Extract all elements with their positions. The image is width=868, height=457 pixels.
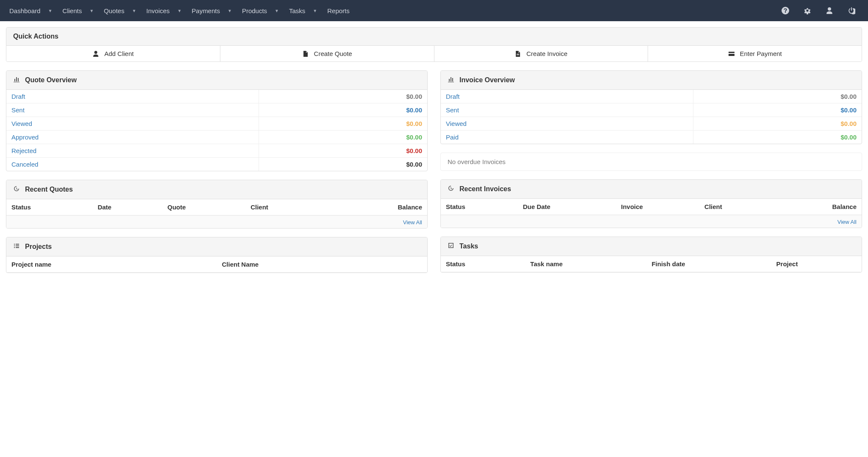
recent-quotes-table: Status Date Quote Client Balance xyxy=(6,199,427,215)
file-icon xyxy=(302,50,309,57)
overview-status-link[interactable]: Draft xyxy=(11,93,25,100)
panel-title: Recent Quotes xyxy=(25,186,73,193)
nav-label: Payments xyxy=(192,7,220,14)
overview-status-link[interactable]: Paid xyxy=(446,134,459,141)
view-all-link[interactable]: View All xyxy=(403,219,422,226)
button-label: Add Client xyxy=(104,50,134,57)
overview-status-link[interactable]: Rejected xyxy=(11,147,36,154)
no-overdue-alert: No overdue Invoices xyxy=(440,153,862,171)
overview-status-link[interactable]: Canceled xyxy=(11,161,38,168)
caret-down-icon: ▼ xyxy=(177,8,181,13)
overview-amount: $0.00 xyxy=(693,131,862,144)
overview-status-cell: Draft xyxy=(6,90,259,103)
list-icon xyxy=(13,242,20,251)
nav-item-dashboard[interactable]: Dashboard ▼ xyxy=(4,0,57,21)
projects-header: Projects xyxy=(6,237,427,256)
top-navbar: Dashboard ▼ Clients ▼ Quotes ▼ Invoices … xyxy=(0,0,868,21)
caret-down-icon: ▼ xyxy=(89,8,94,13)
overview-row: Canceled$0.00 xyxy=(6,158,427,171)
quick-actions-header: Quick Actions xyxy=(6,28,862,46)
add-client-button[interactable]: Add Client xyxy=(6,46,220,61)
nav-label: Reports xyxy=(327,7,350,14)
overview-row: Draft$0.00 xyxy=(6,90,427,103)
col-invoice: Invoice xyxy=(616,199,699,215)
invoice-overview-panel: Invoice Overview Draft$0.00Sent$0.00View… xyxy=(440,70,862,144)
tasks-header: Tasks xyxy=(441,237,862,256)
quick-actions-body: Add Client Create Quote Create Invoice E… xyxy=(6,46,862,61)
tasks-panel: Tasks Status Task name Finish date Proje… xyxy=(440,237,862,273)
check-square-icon xyxy=(448,242,454,251)
button-label: Create Invoice xyxy=(526,50,568,57)
overview-status-cell: Sent xyxy=(6,103,259,117)
overview-status-cell: Draft xyxy=(441,90,693,103)
col-status: Status xyxy=(441,199,518,215)
overview-status-link[interactable]: Sent xyxy=(446,106,459,114)
nav-left: Dashboard ▼ Clients ▼ Quotes ▼ Invoices … xyxy=(4,0,355,21)
recent-invoices-footer: View All xyxy=(441,215,862,228)
overview-row: Draft$0.00 xyxy=(441,90,862,103)
projects-panel: Projects Project name Client Name xyxy=(6,237,428,273)
settings-icon[interactable] xyxy=(799,4,815,17)
overview-status-cell: Viewed xyxy=(441,117,693,131)
quick-actions-panel: Quick Actions Add Client Create Quote Cr… xyxy=(6,27,862,62)
overview-status-cell: Approved xyxy=(6,131,259,144)
create-invoice-button[interactable]: Create Invoice xyxy=(434,46,648,61)
panel-title: Invoice Overview xyxy=(459,76,515,84)
caret-down-icon: ▼ xyxy=(48,8,52,13)
nav-label: Tasks xyxy=(289,7,305,14)
recent-invoices-table: Status Due Date Invoice Client Balance xyxy=(441,199,862,215)
recent-invoices-panel: Recent Invoices Status Due Date Invoice … xyxy=(440,179,862,228)
overview-amount: $0.00 xyxy=(259,144,427,158)
help-icon[interactable] xyxy=(777,4,793,17)
overview-row: Approved$0.00 xyxy=(6,131,427,144)
overview-row: Viewed$0.00 xyxy=(6,117,427,131)
col-finish-date: Finish date xyxy=(646,256,771,272)
overview-amount: $0.00 xyxy=(259,103,427,117)
overview-status-cell: Sent xyxy=(441,103,693,117)
overview-amount: $0.00 xyxy=(259,117,427,131)
overview-status-cell: Viewed xyxy=(6,117,259,131)
nav-item-invoices[interactable]: Invoices ▼ xyxy=(141,0,186,21)
nav-item-quotes[interactable]: Quotes ▼ xyxy=(99,0,141,21)
invoice-overview-header: Invoice Overview xyxy=(441,71,862,90)
nav-item-payments[interactable]: Payments ▼ xyxy=(186,0,237,21)
panel-title: Quick Actions xyxy=(13,33,58,40)
overview-status-link[interactable]: Approved xyxy=(11,134,39,141)
nav-right xyxy=(777,4,864,17)
overview-row: Sent$0.00 xyxy=(6,103,427,117)
enter-payment-button[interactable]: Enter Payment xyxy=(648,46,862,61)
col-status: Status xyxy=(441,256,525,272)
overview-status-cell: Canceled xyxy=(6,158,259,171)
user-icon[interactable] xyxy=(821,4,837,17)
nav-item-clients[interactable]: Clients ▼ xyxy=(57,0,99,21)
overview-row: Viewed$0.00 xyxy=(441,117,862,131)
view-all-link[interactable]: View All xyxy=(837,219,857,225)
col-client: Client xyxy=(699,199,772,215)
nav-label: Products xyxy=(242,7,267,14)
overview-status-link[interactable]: Sent xyxy=(11,106,25,114)
file-text-icon xyxy=(515,50,521,57)
power-icon[interactable] xyxy=(843,4,860,17)
nav-item-tasks[interactable]: Tasks ▼ xyxy=(284,0,322,21)
quote-overview-table: Draft$0.00Sent$0.00Viewed$0.00Approved$0… xyxy=(6,90,427,171)
overview-amount: $0.00 xyxy=(259,131,427,144)
overview-status-link[interactable]: Viewed xyxy=(446,120,467,127)
bar-chart-icon xyxy=(448,76,454,84)
col-project: Project xyxy=(771,256,862,272)
col-project-name: Project name xyxy=(6,256,217,273)
create-quote-button[interactable]: Create Quote xyxy=(220,46,434,61)
overview-amount: $0.00 xyxy=(259,158,427,171)
overview-status-link[interactable]: Draft xyxy=(446,93,460,100)
overview-row: Rejected$0.00 xyxy=(6,144,427,158)
caret-down-icon: ▼ xyxy=(313,8,317,13)
overview-status-link[interactable]: Viewed xyxy=(11,120,32,127)
col-due-date: Due Date xyxy=(518,199,616,215)
nav-item-reports[interactable]: Reports xyxy=(322,0,355,21)
col-balance: Balance xyxy=(772,199,862,215)
tasks-table: Status Task name Finish date Project xyxy=(441,256,862,272)
nav-label: Dashboard xyxy=(9,7,40,14)
nav-item-products[interactable]: Products ▼ xyxy=(237,0,284,21)
quote-overview-header: Quote Overview xyxy=(6,71,427,90)
projects-table: Project name Client Name xyxy=(6,256,427,273)
credit-card-icon xyxy=(728,50,735,57)
